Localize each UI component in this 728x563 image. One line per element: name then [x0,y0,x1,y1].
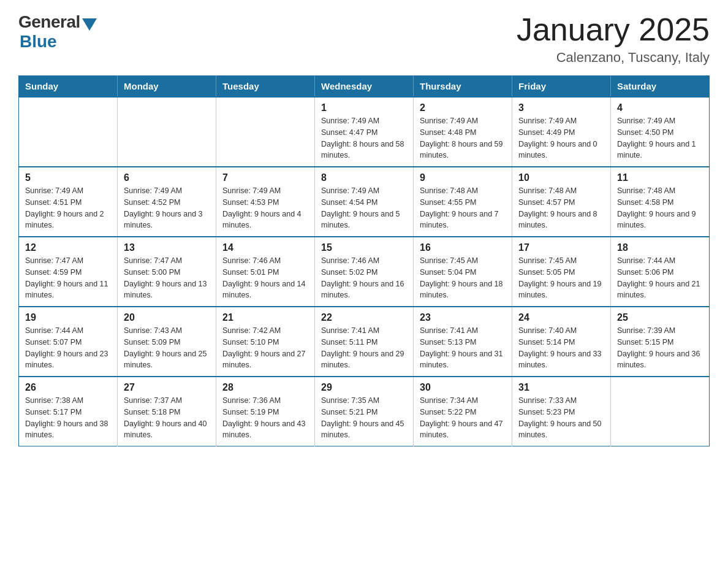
day-number: 9 [420,172,506,183]
day-info: Sunrise: 7:37 AMSunset: 5:18 PMDaylight:… [124,395,210,441]
day-info: Sunrise: 7:47 AMSunset: 4:59 PMDaylight:… [25,255,111,301]
logo-triangle-icon [82,18,97,31]
day-number: 18 [617,242,703,253]
calendar-cell: 28Sunrise: 7:36 AMSunset: 5:19 PMDayligh… [216,377,315,446]
day-info: Sunrise: 7:47 AMSunset: 5:00 PMDaylight:… [124,255,210,301]
logo-general-text: General [18,12,80,32]
calendar-week-4: 19Sunrise: 7:44 AMSunset: 5:07 PMDayligh… [19,307,710,377]
day-of-week-thursday: Thursday [414,76,512,98]
calendar-cell: 3Sunrise: 7:49 AMSunset: 4:49 PMDaylight… [512,97,611,167]
day-of-week-tuesday: Tuesday [216,76,315,98]
month-title: January 2025 [517,12,710,47]
day-info: Sunrise: 7:40 AMSunset: 5:14 PMDaylight:… [518,325,604,371]
calendar-cell: 9Sunrise: 7:48 AMSunset: 4:55 PMDaylight… [414,167,512,237]
day-info: Sunrise: 7:33 AMSunset: 5:23 PMDaylight:… [518,395,604,441]
location-subtitle: Calenzano, Tuscany, Italy [517,50,710,66]
day-info: Sunrise: 7:41 AMSunset: 5:13 PMDaylight:… [420,325,506,371]
calendar-cell: 16Sunrise: 7:45 AMSunset: 5:04 PMDayligh… [414,237,512,307]
calendar-week-2: 5Sunrise: 7:49 AMSunset: 4:51 PMDaylight… [19,167,710,237]
day-info: Sunrise: 7:42 AMSunset: 5:10 PMDaylight:… [222,325,308,371]
calendar-cell: 27Sunrise: 7:37 AMSunset: 5:18 PMDayligh… [118,377,216,446]
day-info: Sunrise: 7:49 AMSunset: 4:52 PMDaylight:… [124,185,210,231]
day-number: 31 [518,382,604,393]
day-info: Sunrise: 7:36 AMSunset: 5:19 PMDaylight:… [222,395,308,441]
calendar-cell: 21Sunrise: 7:42 AMSunset: 5:10 PMDayligh… [216,307,315,377]
day-of-week-friday: Friday [512,76,611,98]
day-number: 5 [25,172,111,183]
day-number: 30 [420,382,506,393]
calendar-table: SundayMondayTuesdayWednesdayThursdayFrid… [18,75,710,446]
day-info: Sunrise: 7:44 AMSunset: 5:07 PMDaylight:… [25,325,111,371]
calendar-cell: 15Sunrise: 7:46 AMSunset: 5:02 PMDayligh… [315,237,414,307]
day-info: Sunrise: 7:35 AMSunset: 5:21 PMDaylight:… [321,395,407,441]
title-section: January 2025 Calenzano, Tuscany, Italy [517,12,710,66]
calendar-cell: 4Sunrise: 7:49 AMSunset: 4:50 PMDaylight… [611,97,710,167]
logo: General Blue [18,12,97,52]
day-of-week-sunday: Sunday [19,76,118,98]
calendar-cell: 1Sunrise: 7:49 AMSunset: 4:47 PMDaylight… [315,97,414,167]
calendar-cell: 5Sunrise: 7:49 AMSunset: 4:51 PMDaylight… [19,167,118,237]
day-info: Sunrise: 7:34 AMSunset: 5:22 PMDaylight:… [420,395,506,441]
day-info: Sunrise: 7:49 AMSunset: 4:53 PMDaylight:… [222,185,308,231]
calendar-cell [611,377,710,446]
calendar-cell: 12Sunrise: 7:47 AMSunset: 4:59 PMDayligh… [19,237,118,307]
day-number: 27 [124,382,210,393]
day-number: 14 [222,242,308,253]
day-number: 10 [518,172,604,183]
day-number: 26 [25,382,111,393]
day-number: 2 [420,102,506,113]
calendar-cell: 10Sunrise: 7:48 AMSunset: 4:57 PMDayligh… [512,167,611,237]
calendar-cell: 20Sunrise: 7:43 AMSunset: 5:09 PMDayligh… [118,307,216,377]
calendar-cell: 30Sunrise: 7:34 AMSunset: 5:22 PMDayligh… [414,377,512,446]
day-number: 12 [25,242,111,253]
day-info: Sunrise: 7:38 AMSunset: 5:17 PMDaylight:… [25,395,111,441]
calendar-cell: 25Sunrise: 7:39 AMSunset: 5:15 PMDayligh… [611,307,710,377]
calendar-cell [216,97,315,167]
day-info: Sunrise: 7:49 AMSunset: 4:48 PMDaylight:… [420,115,506,161]
calendar-cell: 31Sunrise: 7:33 AMSunset: 5:23 PMDayligh… [512,377,611,446]
day-info: Sunrise: 7:43 AMSunset: 5:09 PMDaylight:… [124,325,210,371]
calendar-header: SundayMondayTuesdayWednesdayThursdayFrid… [19,76,710,98]
day-number: 20 [124,312,210,323]
day-header-row: SundayMondayTuesdayWednesdayThursdayFrid… [19,76,710,98]
day-of-week-wednesday: Wednesday [315,76,414,98]
calendar-cell: 14Sunrise: 7:46 AMSunset: 5:01 PMDayligh… [216,237,315,307]
calendar-week-3: 12Sunrise: 7:47 AMSunset: 4:59 PMDayligh… [19,237,710,307]
calendar-cell: 19Sunrise: 7:44 AMSunset: 5:07 PMDayligh… [19,307,118,377]
day-of-week-monday: Monday [118,76,216,98]
day-number: 13 [124,242,210,253]
day-number: 8 [321,172,407,183]
day-info: Sunrise: 7:48 AMSunset: 4:57 PMDaylight:… [518,185,604,231]
page-header: General Blue January 2025 Calenzano, Tus… [18,12,710,66]
day-number: 11 [617,172,703,183]
calendar-cell: 8Sunrise: 7:49 AMSunset: 4:54 PMDaylight… [315,167,414,237]
day-info: Sunrise: 7:48 AMSunset: 4:58 PMDaylight:… [617,185,703,231]
day-info: Sunrise: 7:41 AMSunset: 5:11 PMDaylight:… [321,325,407,371]
logo-blue-text: Blue [20,32,57,52]
day-number: 15 [321,242,407,253]
day-number: 6 [124,172,210,183]
day-of-week-saturday: Saturday [611,76,710,98]
calendar-cell: 18Sunrise: 7:44 AMSunset: 5:06 PMDayligh… [611,237,710,307]
day-number: 22 [321,312,407,323]
calendar-cell: 2Sunrise: 7:49 AMSunset: 4:48 PMDaylight… [414,97,512,167]
day-number: 29 [321,382,407,393]
day-info: Sunrise: 7:49 AMSunset: 4:50 PMDaylight:… [617,115,703,161]
day-info: Sunrise: 7:46 AMSunset: 5:01 PMDaylight:… [222,255,308,301]
calendar-week-5: 26Sunrise: 7:38 AMSunset: 5:17 PMDayligh… [19,377,710,446]
calendar-cell: 29Sunrise: 7:35 AMSunset: 5:21 PMDayligh… [315,377,414,446]
day-info: Sunrise: 7:49 AMSunset: 4:49 PMDaylight:… [518,115,604,161]
day-number: 3 [518,102,604,113]
day-info: Sunrise: 7:46 AMSunset: 5:02 PMDaylight:… [321,255,407,301]
day-number: 17 [518,242,604,253]
day-number: 21 [222,312,308,323]
day-info: Sunrise: 7:45 AMSunset: 5:04 PMDaylight:… [420,255,506,301]
calendar-cell: 13Sunrise: 7:47 AMSunset: 5:00 PMDayligh… [118,237,216,307]
calendar-cell [19,97,118,167]
calendar-cell: 22Sunrise: 7:41 AMSunset: 5:11 PMDayligh… [315,307,414,377]
calendar-cell: 24Sunrise: 7:40 AMSunset: 5:14 PMDayligh… [512,307,611,377]
day-number: 23 [420,312,506,323]
day-info: Sunrise: 7:39 AMSunset: 5:15 PMDaylight:… [617,325,703,371]
calendar-cell: 17Sunrise: 7:45 AMSunset: 5:05 PMDayligh… [512,237,611,307]
day-number: 24 [518,312,604,323]
